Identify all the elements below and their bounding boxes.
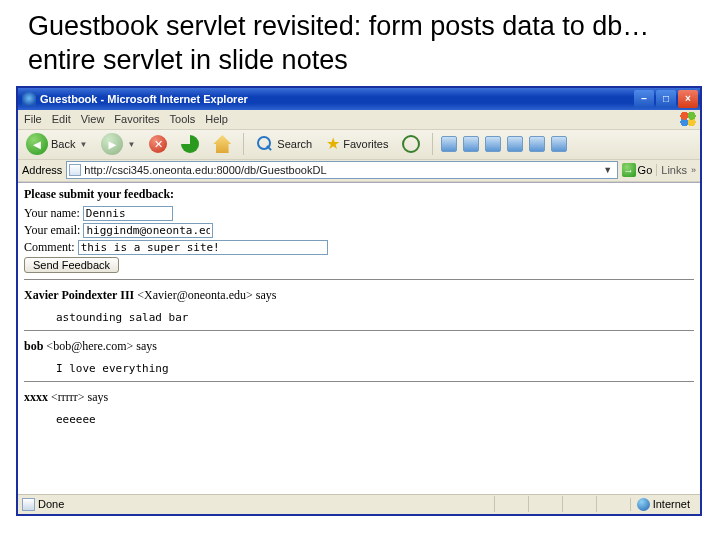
zone-label: Internet [653, 498, 690, 510]
edit-icon[interactable] [485, 136, 501, 152]
email-input[interactable] [83, 223, 213, 238]
close-button[interactable]: × [678, 90, 698, 108]
window-title: Guestbook - Microsoft Internet Explorer [40, 93, 634, 105]
security-zone[interactable]: Internet [630, 498, 696, 511]
comment-input[interactable] [78, 240, 328, 255]
windows-flag-icon [679, 111, 697, 127]
separator [243, 133, 244, 155]
submit-button[interactable]: Send Feedback [24, 257, 119, 273]
status-text: Done [38, 498, 64, 510]
separator [432, 133, 433, 155]
browser-window: Guestbook - Microsoft Internet Explorer … [16, 86, 702, 516]
form-prompt: Please submit your feedback: [24, 187, 694, 202]
menubar: File Edit View Favorites Tools Help [18, 110, 700, 130]
go-arrow-icon: → [622, 163, 636, 177]
research-icon[interactable] [529, 136, 545, 152]
messenger-icon[interactable] [551, 136, 567, 152]
statusbar: Done Internet [18, 494, 700, 514]
address-dropdown-icon[interactable]: ▼ [601, 165, 615, 175]
divider [24, 381, 694, 382]
entry-header: bob <bob@here.com> says [24, 339, 694, 354]
address-url: http://csci345.oneonta.edu:8000/db/Guest… [84, 164, 600, 176]
menu-favorites[interactable]: Favorites [114, 113, 159, 125]
address-label: Address [22, 164, 62, 176]
email-label: Your email: [24, 223, 80, 238]
entry-email: Xavier@oneonta.edu [144, 288, 246, 302]
mail-icon[interactable] [441, 136, 457, 152]
history-icon [402, 135, 420, 153]
home-button[interactable] [209, 133, 235, 155]
entry-name: xxxx [24, 390, 48, 404]
menu-edit[interactable]: Edit [52, 113, 71, 125]
entry-name: Xavier Poindexter III [24, 288, 134, 302]
slide-title: Guestbook servlet revisited: form posts … [0, 0, 720, 82]
print-icon[interactable] [463, 136, 479, 152]
forward-button[interactable]: ► ▼ [97, 131, 139, 157]
back-label: Back [51, 138, 75, 150]
star-icon: ★ [326, 136, 340, 152]
minimize-button[interactable]: – [634, 90, 654, 108]
chevron-down-icon: ▼ [127, 140, 135, 149]
entry-email: rrrrr [58, 390, 78, 404]
stop-icon: ✕ [149, 135, 167, 153]
search-icon [256, 135, 274, 153]
entry-email: bob@here.com [53, 339, 126, 353]
entry-body: I love everything [56, 362, 694, 375]
titlebar: Guestbook - Microsoft Internet Explorer … [18, 88, 700, 110]
ie-icon [22, 92, 36, 106]
menu-view[interactable]: View [81, 113, 105, 125]
status-cell [494, 496, 528, 512]
globe-icon [637, 498, 650, 511]
stop-button[interactable]: ✕ [145, 133, 171, 155]
entries-list: Xavier Poindexter III <Xavier@oneonta.ed… [24, 279, 694, 426]
address-input[interactable]: http://csci345.oneonta.edu:8000/db/Guest… [66, 161, 617, 179]
address-bar: Address http://csci345.oneonta.edu:8000/… [18, 160, 700, 182]
favorites-label: Favorites [343, 138, 388, 150]
page-icon [69, 164, 81, 176]
status-cell [562, 496, 596, 512]
comment-label: Comment: [24, 240, 75, 255]
status-cell [528, 496, 562, 512]
menu-help[interactable]: Help [205, 113, 228, 125]
history-button[interactable] [398, 133, 424, 155]
name-input[interactable] [83, 206, 173, 221]
go-button[interactable]: → Go [622, 163, 653, 177]
refresh-button[interactable] [177, 133, 203, 155]
entry-says: says [88, 390, 109, 404]
search-label: Search [277, 138, 312, 150]
done-icon [22, 498, 35, 511]
entry-body: eeeeee [56, 413, 694, 426]
back-button[interactable]: ◄ Back ▼ [22, 131, 91, 157]
discuss-icon[interactable] [507, 136, 523, 152]
entry-header: xxxx <rrrrr> says [24, 390, 694, 405]
entry-says: says [256, 288, 277, 302]
entry-header: Xavier Poindexter III <Xavier@oneonta.ed… [24, 288, 694, 303]
menu-file[interactable]: File [24, 113, 42, 125]
maximize-button[interactable]: □ [656, 90, 676, 108]
entry-name: bob [24, 339, 43, 353]
forward-arrow-icon: ► [101, 133, 123, 155]
links-label[interactable]: Links [656, 164, 687, 176]
name-label: Your name: [24, 206, 80, 221]
entry-body: astounding salad bar [56, 311, 694, 324]
divider [24, 279, 694, 280]
back-arrow-icon: ◄ [26, 133, 48, 155]
page-content: Please submit your feedback: Your name: … [18, 182, 700, 494]
status-cell [596, 496, 630, 512]
home-icon [213, 135, 231, 153]
favorites-button[interactable]: ★ Favorites [322, 134, 392, 154]
refresh-icon [181, 135, 199, 153]
search-button[interactable]: Search [252, 133, 316, 155]
menu-tools[interactable]: Tools [170, 113, 196, 125]
chevron-down-icon: ▼ [79, 140, 87, 149]
divider [24, 330, 694, 331]
entry-says: says [136, 339, 157, 353]
toolbar: ◄ Back ▼ ► ▼ ✕ Search ★ Favorites [18, 130, 700, 160]
go-label: Go [638, 164, 653, 176]
